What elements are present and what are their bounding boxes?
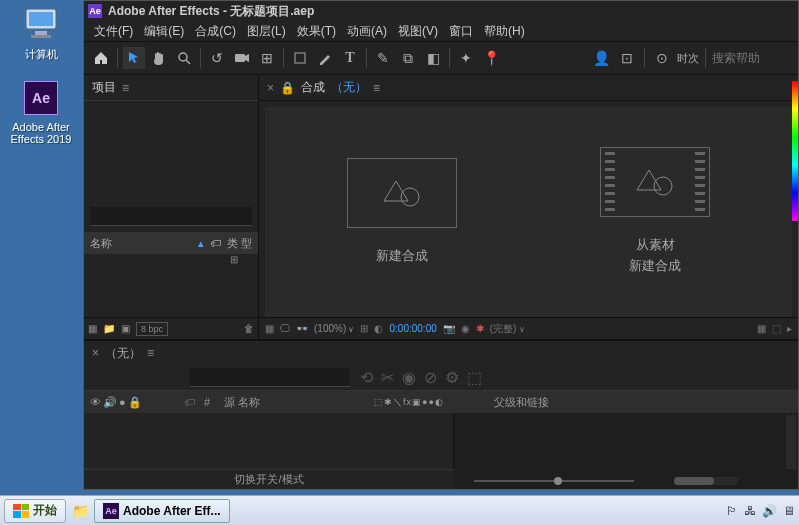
menu-composition[interactable]: 合成(C) <box>191 22 240 41</box>
new-comp-placeholder-icon <box>347 158 457 228</box>
home-icon[interactable] <box>90 47 112 69</box>
selection-tool-icon[interactable] <box>123 47 145 69</box>
switches-col[interactable]: ⬚✱＼fx▣●●◐ <box>374 396 494 409</box>
resolution-dropdown[interactable]: (完整) <box>490 322 525 336</box>
camera-tool-icon[interactable] <box>231 47 253 69</box>
timeline-search-input[interactable] <box>190 368 350 387</box>
close-tab-icon[interactable]: × <box>267 81 274 95</box>
eraser-tool-icon[interactable]: ◧ <box>422 47 444 69</box>
monitor-icon[interactable]: 🖵 <box>280 323 290 334</box>
menu-layer[interactable]: 图层(L) <box>243 22 290 41</box>
project-search-input[interactable] <box>90 207 252 226</box>
menu-view[interactable]: 视图(V) <box>394 22 442 41</box>
zoom-slider[interactable] <box>464 477 644 485</box>
project-body[interactable] <box>84 268 258 317</box>
grid-icon[interactable]: ⊞ <box>360 323 368 334</box>
desktop-icon-ae[interactable]: Ae Adobe After Effects 2019 <box>6 78 76 145</box>
tray-flag-icon[interactable]: 🏳 <box>726 504 738 518</box>
tl-icon-6[interactable]: ⬚ <box>467 368 482 387</box>
snap-icon[interactable]: ⊡ <box>616 47 638 69</box>
timeline-layers[interactable]: 切换开关/模式 <box>84 413 454 489</box>
tray-volume-icon[interactable]: 🔊 <box>762 504 777 518</box>
pan-behind-tool-icon[interactable]: ⊞ <box>256 47 278 69</box>
timer-icon[interactable]: ⊙ <box>651 47 673 69</box>
panel-menu-icon[interactable]: ≡ <box>122 81 129 95</box>
brush-tool-icon[interactable]: ✎ <box>372 47 394 69</box>
folder-icon[interactable]: 📁 <box>103 323 115 334</box>
camera-view-icon[interactable]: ▸ <box>787 323 792 334</box>
puppet-tool-icon[interactable]: 📍 <box>480 47 502 69</box>
desktop-icon-computer[interactable]: 计算机 <box>6 4 76 62</box>
col-name[interactable]: 名称 <box>90 236 192 251</box>
comp-from-footage-card[interactable]: 从素材 新建合成 <box>600 147 710 277</box>
orbit-tool-icon[interactable]: ↺ <box>206 47 228 69</box>
alpha-icon[interactable]: ▦ <box>265 323 274 334</box>
menu-file[interactable]: 文件(F) <box>90 22 137 41</box>
titlebar[interactable]: Ae Adobe After Effects - 无标题项目.aep <box>84 1 798 21</box>
parent-col[interactable]: 父级和链接 <box>494 395 798 410</box>
col-type[interactable]: 类 型 <box>227 236 252 251</box>
quick-launch-explorer[interactable]: 📁 <box>70 501 90 521</box>
source-name-col[interactable]: 源 名称 <box>224 395 374 410</box>
sort-icon[interactable]: ▴ <box>198 237 204 250</box>
svg-point-8 <box>654 177 672 195</box>
label-col-icon[interactable]: 🏷 <box>184 396 204 408</box>
tl-icon-3[interactable]: ◉ <box>402 368 416 387</box>
toolbar: ↺ ⊞ T ✎ ⧉ ◧ ✦ 📍 👤 ⊡ ⊙ 时次 <box>84 41 798 75</box>
toggle-switches-button[interactable]: 切换开关/模式 <box>234 472 303 487</box>
timeline-track-area[interactable] <box>454 413 798 489</box>
view-icon[interactable]: ▦ <box>757 323 766 334</box>
zoom-tool-icon[interactable] <box>173 47 195 69</box>
scrollbar-horizontal[interactable] <box>674 477 738 485</box>
person-icon[interactable]: 👤 <box>590 47 612 69</box>
new-comp-icon[interactable]: ▣ <box>121 323 130 334</box>
channel-icon[interactable]: ◐ <box>374 323 383 334</box>
taskbar-app-ae[interactable]: Ae Adobe After Eff... <box>94 499 230 523</box>
new-comp-label: 新建合成 <box>376 246 428 267</box>
start-button[interactable]: 开始 <box>4 499 66 523</box>
scrollbar-vertical[interactable] <box>786 415 796 469</box>
rectangle-tool-icon[interactable] <box>289 47 311 69</box>
timeline-tab-label[interactable]: （无） <box>105 345 141 362</box>
project-columns-header[interactable]: 名称 ▴ 🏷 类 型 <box>84 232 258 254</box>
text-tool-icon[interactable]: T <box>339 47 361 69</box>
tray-monitor-icon[interactable]: 🖥 <box>783 504 795 518</box>
hand-tool-icon[interactable] <box>148 47 170 69</box>
comp-tab-label[interactable]: 合成 <box>301 79 325 96</box>
search-help-input[interactable] <box>712 51 792 65</box>
interpret-icon[interactable]: ▦ <box>88 323 97 334</box>
tag-icon[interactable]: 🏷 <box>210 237 221 249</box>
tl-icon-2[interactable]: ✂ <box>381 368 394 387</box>
exposure-icon[interactable]: ✱ <box>476 323 484 334</box>
comp-tab-none[interactable]: （无） <box>331 79 367 96</box>
pen-tool-icon[interactable] <box>314 47 336 69</box>
tray-network-icon[interactable]: 🖧 <box>744 504 756 518</box>
menu-edit[interactable]: 编辑(E) <box>140 22 188 41</box>
clone-tool-icon[interactable]: ⧉ <box>397 47 419 69</box>
time-display[interactable]: 0:00:00:00 <box>389 323 436 334</box>
bpc-button[interactable]: 8 bpc <box>136 322 168 336</box>
project-tab[interactable]: 项目 <box>92 79 116 96</box>
ae-taskbar-icon: Ae <box>103 503 119 519</box>
tl-icon-4[interactable]: ⊘ <box>424 368 437 387</box>
ae-logo-icon: Ae <box>88 4 102 18</box>
tl-icon-5[interactable]: ⚙ <box>445 368 459 387</box>
mask-icon[interactable]: 👓 <box>296 323 308 334</box>
trash-icon[interactable]: 🗑 <box>244 323 254 334</box>
lock-icon[interactable]: 🔒 <box>280 81 295 95</box>
3d-icon[interactable]: ⬚ <box>772 323 781 334</box>
snapshot-icon[interactable]: 📷 <box>443 323 455 334</box>
new-composition-card[interactable]: 新建合成 <box>347 158 457 267</box>
panel-menu-icon[interactable]: ≡ <box>147 346 154 360</box>
close-tab-icon[interactable]: × <box>92 346 99 360</box>
roto-tool-icon[interactable]: ✦ <box>455 47 477 69</box>
menu-help[interactable]: 帮助(H) <box>480 22 529 41</box>
menu-window[interactable]: 窗口 <box>445 22 477 41</box>
tl-icon-1[interactable]: ⟲ <box>360 368 373 387</box>
zoom-dropdown[interactable]: (100%) <box>314 323 354 334</box>
region-icon[interactable]: ◉ <box>461 323 470 334</box>
av-icons[interactable]: 👁🔊●🔒 <box>84 396 184 409</box>
menu-animation[interactable]: 动画(A) <box>343 22 391 41</box>
menu-effect[interactable]: 效果(T) <box>293 22 340 41</box>
panel-menu-icon[interactable]: ≡ <box>373 81 380 95</box>
